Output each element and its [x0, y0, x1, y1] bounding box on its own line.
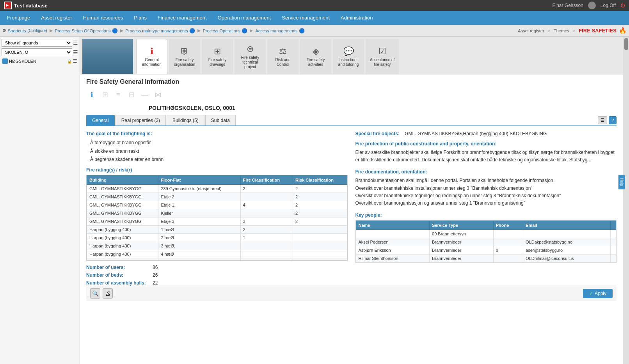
shortcuts-label[interactable]: Shortcuts	[8, 28, 26, 33]
stat-label-users: Number of users:	[86, 265, 149, 270]
process-setup[interactable]: Process Setup Of Operations 🔵	[55, 28, 118, 34]
tab-buildings[interactable]: Buildings (5)	[167, 115, 204, 125]
help-tab[interactable]: Help	[618, 175, 625, 189]
fire-doc-text: Branndokumentasjonen skal inngå i denne …	[355, 177, 617, 207]
instructions-icon: 💬	[343, 46, 354, 57]
goal-section-title: The goal of the firefighting is:	[86, 131, 348, 136]
key-people-section: Key people: Name Service Type Phone Emai…	[355, 212, 617, 263]
logout-link[interactable]: Log Off	[601, 3, 616, 8]
building-menu-icon[interactable]: ☰	[73, 58, 77, 64]
tab-menu-btn[interactable]: ☰	[598, 116, 607, 124]
location-title: POLITIHØGSKOLEN, OSLO, 0001	[149, 105, 617, 111]
nav-frontpage[interactable]: Frontpage	[2, 11, 36, 25]
fire-protection-section: Fire protection of public construction a…	[355, 141, 617, 164]
process-operations[interactable]: Process Operations 🔵	[203, 28, 248, 34]
nav-asset-register[interactable]: Asset register	[36, 11, 77, 25]
tab-acceptance[interactable]: ☑ Acceptance offire safety	[366, 39, 399, 74]
fire-documentation-section: Fire documentation, orientation: Branndo…	[355, 169, 617, 207]
fire-safety-org-icon: ⛨	[180, 46, 189, 57]
breadcrumb-themes[interactable]: Themes	[554, 28, 569, 33]
fire-drawings-icon: ⊞	[214, 46, 221, 57]
stat-label-beds: Number of beds:	[86, 272, 149, 278]
process-setup-icon: 🔵	[112, 28, 118, 34]
tab-fire-activities[interactable]: ◈ Fire safetyactivities	[300, 39, 331, 74]
tab-real-properties[interactable]: Real properties (3)	[115, 115, 166, 125]
grounds-menu-icon[interactable]: ☰	[73, 40, 78, 46]
apply-check-icon: ✓	[589, 291, 593, 296]
nav-bar: Frontpage Asset register Human resources…	[0, 11, 629, 25]
toolbar-minus-icon[interactable]: —	[139, 89, 150, 100]
fire-table-row: Harpan (bygging 400)3 hæØ.	[87, 242, 347, 250]
fire-table-row: GML. GYMNASTIKKBYGG239 Gymnastikkb. (eta…	[87, 184, 347, 193]
location-dropdown[interactable]: SKOLEN, O	[2, 48, 72, 56]
tab-instructions[interactable]: 💬 Instructionsand tutoring	[333, 39, 364, 74]
bottom-toolbar: 🔍 🖨 ✓ Apply	[86, 286, 617, 301]
magnify-btn[interactable]: 🔍	[90, 288, 100, 299]
tab-sub-data[interactable]: Sub data	[205, 115, 236, 125]
nav-finance[interactable]: Finance management	[152, 11, 212, 25]
goal-item-2: Å slokke en brann raskt	[90, 147, 348, 156]
tab-fire-safety-org[interactable]: ⛨ Fire safetyorganisation	[169, 39, 200, 74]
fire-protection-title: Fire protection of public construction a…	[355, 141, 617, 147]
nav-operation[interactable]: Operation management	[212, 11, 277, 25]
fire-table-header-risk-class: Risk Classification	[293, 175, 347, 184]
breadcrumb-asset-register[interactable]: Asset register	[518, 28, 544, 33]
fire-table-row: GML. GYMNASTIKKBYGGEtaje 332	[87, 217, 347, 225]
process-maintype[interactable]: Process maintype managements 🔵	[126, 28, 195, 34]
dropdown-row-2: SKOLEN, O ☰	[2, 48, 78, 56]
dropdown-row-1: Show all grounds ☰	[2, 39, 78, 47]
process-bar-left: ⚙ Shortcuts (Configure) ▶ Process Setup …	[2, 28, 305, 34]
tab-general-information[interactable]: ℹ Generalinformation	[136, 39, 167, 74]
key-header-name: Name	[356, 221, 430, 230]
scrollbar-area[interactable]	[623, 37, 629, 364]
stat-row-1: Number of users: 86	[86, 265, 348, 270]
toolbar-tree-icon[interactable]: ⋈	[153, 89, 163, 100]
fire-doc-title: Fire documentation, orientation:	[355, 169, 617, 175]
left-sidebar: Show all grounds ☰ SKOLEN, O ☰ HØGSKOLEN…	[0, 37, 80, 364]
key-header-phone: Phone	[493, 221, 523, 230]
nav-administration[interactable]: Administration	[335, 11, 378, 25]
bottom-action-icons: 🔍 🖨	[90, 288, 113, 299]
toolbar-list-icon[interactable]: ≡	[113, 89, 124, 100]
tab-activities-label: Fire safetyactivities	[307, 58, 325, 67]
nav-human-resources[interactable]: Human resources	[78, 11, 129, 25]
left-column: The goal of the firefighting is: Å foreb…	[86, 131, 348, 286]
toolbar-info-icon[interactable]: ℹ	[86, 89, 97, 100]
nav-plans[interactable]: Plans	[128, 11, 152, 25]
data-tabs: General Real properties (3) Buildings (5…	[86, 115, 617, 126]
location-menu-icon[interactable]: ☰	[73, 49, 78, 55]
tab-general-label: Generalinformation	[142, 58, 161, 67]
key-header-service: Service Type	[430, 221, 494, 230]
nav-service[interactable]: Service management	[276, 11, 335, 25]
tab-general[interactable]: General	[86, 115, 115, 125]
apply-button[interactable]: ✓ Apply	[583, 289, 613, 298]
app-title: Test database	[14, 3, 48, 9]
fire-rating-section: Fire rating(s) / risk(r) Building Floor-…	[86, 167, 348, 261]
fire-table-row: GML. GYMNASTIKKBYGGEtaje 22	[87, 193, 347, 201]
icon-tab-bar: ℹ Generalinformation ⛨ Fire safetyorgani…	[80, 37, 623, 74]
sidebar-building-item[interactable]: HØGSKOLEN 🔒 ☰	[2, 58, 78, 65]
fire-rating-title: Fire rating(s) / risk(r)	[86, 167, 348, 173]
goal-item-3: Å begrense skadene etter en brann	[90, 155, 348, 164]
grounds-dropdown[interactable]: Show all grounds	[2, 39, 72, 47]
toolbar-database-icon[interactable]: ⊟	[126, 89, 137, 100]
tab-risk-control[interactable]: ⚖ Risk andControl	[267, 39, 299, 74]
tab-help-btn[interactable]: ?	[609, 116, 617, 124]
shortcuts-gear-icon: ⚙	[2, 28, 6, 33]
print-btn[interactable]: 🖨	[103, 288, 113, 299]
content-grid: The goal of the firefighting is: Å foreb…	[86, 131, 617, 286]
toolbar-grid-icon[interactable]: ⊞	[100, 89, 110, 100]
fire-table-container[interactable]: Building Floor-Flat Fire Classification …	[86, 175, 348, 261]
page-content: Fire Safety General Information ℹ ⊞ ≡ ⊟ …	[80, 74, 623, 305]
apply-label: Apply	[595, 291, 606, 296]
fire-icon: 🔥	[619, 27, 627, 34]
key-people-row: Hilmar SteinthorssonBrannvernlederOLDhil…	[356, 254, 616, 263]
tab-fire-tech-project[interactable]: ⊜ Fire safetytechnicalproject	[235, 39, 266, 74]
process-operations-label: Process Operations	[203, 28, 241, 33]
key-people-row: Aksel PedersenBrannvernlederOLDakpe@stat…	[356, 238, 616, 246]
scrollbar-thumb[interactable]	[624, 38, 628, 50]
configure-label[interactable]: (Configure)	[27, 28, 47, 33]
tab-instructions-label: Instructionsand tutoring	[338, 58, 359, 67]
tab-fire-safety-drawings[interactable]: ⊞ Fire safetydrawings	[202, 39, 233, 74]
process-access[interactable]: Access managements 🔵	[255, 28, 304, 34]
